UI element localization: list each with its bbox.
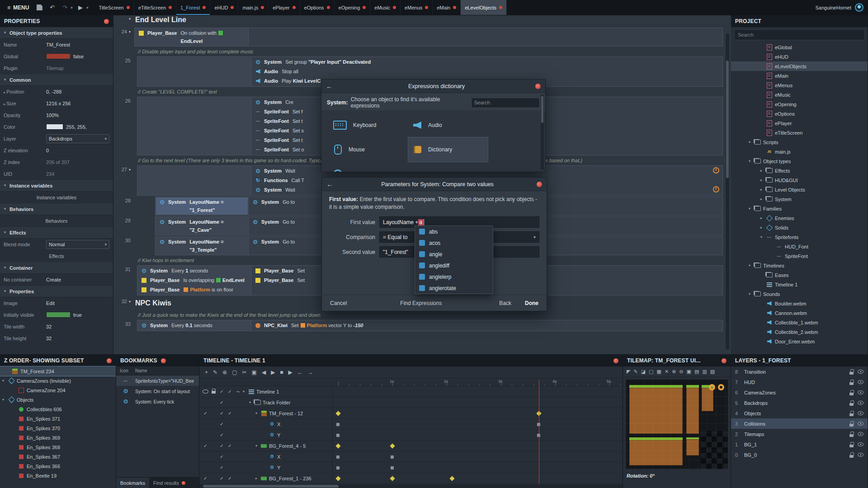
tab-close-dot-icon[interactable]: [292, 6, 296, 9]
panel-menu-dot-icon[interactable]: [104, 19, 109, 24]
track-toggle[interactable]: [226, 388, 234, 395]
project-tree-item[interactable]: ▾ Timelines: [731, 261, 868, 270]
layer-row[interactable]: 5 Backdrops: [731, 398, 868, 408]
project-tree-item[interactable]: ePlayer: [731, 118, 868, 128]
back-arrow-icon[interactable]: ←: [326, 180, 338, 188]
property-group-header[interactable]: ▼ Instance variables: [0, 180, 113, 192]
track-toggle[interactable]: [234, 464, 242, 471]
tilemap-canvas[interactable]: [626, 380, 728, 469]
close-dot-icon[interactable]: [535, 84, 541, 89]
expander-icon[interactable]: ▾: [747, 159, 752, 163]
property-row[interactable]: Blend mode Normal ▾: [0, 239, 113, 250]
zorder-item[interactable]: En_Spikes 371: [0, 414, 116, 423]
track-toggle[interactable]: [202, 464, 209, 471]
property-row[interactable]: Layer Backdrops ▾: [0, 133, 113, 145]
object-tile[interactable]: Dictionary: [408, 137, 488, 162]
timeline-track-row[interactable]: Y: [199, 430, 623, 441]
lock-icon[interactable]: [849, 442, 854, 447]
lock-icon[interactable]: [849, 380, 854, 385]
lock-icon[interactable]: [849, 452, 854, 458]
property-row[interactable]: Z elevation 0 ▾: [0, 145, 113, 156]
property-group-header[interactable]: ▼ Behaviors: [0, 203, 113, 215]
timeline-tool-icon[interactable]: ✎: [213, 369, 217, 375]
project-tree-item[interactable]: Door_Enter.webm: [731, 337, 868, 346]
event-number[interactable]: 29: [113, 216, 134, 235]
event-number[interactable]: 33: [113, 320, 134, 331]
layer-row[interactable]: 6 CameraZones: [731, 387, 868, 398]
condition-row[interactable]: SystemEvery 1 seconds: [138, 266, 250, 276]
timeline-tool-icon[interactable]: ◀: [262, 369, 266, 375]
document-tab[interactable]: 1_Forest: [176, 0, 210, 15]
property-row[interactable]: Global false ▾: [0, 51, 113, 62]
track-toggle[interactable]: [226, 442, 234, 450]
track-toggle[interactable]: [202, 431, 209, 439]
property-row[interactable]: Size 1216 x 256 ▾: [0, 98, 113, 109]
cancel-button[interactable]: Cancel: [330, 300, 347, 306]
project-tree-item[interactable]: eGlobal: [731, 42, 868, 52]
document-tab[interactable]: eOptions: [300, 0, 335, 15]
track-toggle[interactable]: [210, 420, 217, 428]
close-dot-icon[interactable]: [537, 182, 542, 187]
track-toggle[interactable]: [226, 453, 234, 460]
tab-close-dot-icon[interactable]: [203, 6, 206, 9]
event-conditions[interactable]: SystemEvery 0.1 seconds: [137, 320, 251, 331]
undo-icon[interactable]: ↶: [47, 3, 57, 13]
event-number[interactable]: 28: [113, 197, 134, 216]
property-value[interactable]: false ▾: [46, 53, 109, 59]
event-number[interactable]: 24▾: [113, 28, 134, 47]
layer-row[interactable]: 4 Objects: [731, 408, 868, 418]
eye-icon[interactable]: [858, 453, 863, 457]
track-toggle[interactable]: [202, 474, 209, 482]
track-toggle[interactable]: [226, 399, 234, 406]
expander-icon[interactable]: ▸: [255, 476, 260, 480]
property-value[interactable]: Instance variables ▾: [37, 195, 77, 200]
zorder-item[interactable]: Collectibles 606: [0, 404, 116, 414]
event-conditions[interactable]: Player_BaseOn collision with EndLevel: [135, 28, 249, 46]
panel-menu-dot-icon[interactable]: [722, 358, 726, 363]
track-toggle[interactable]: [210, 399, 217, 406]
chevron-down-icon[interactable]: ▾: [104, 136, 107, 141]
document-tab[interactable]: eOpening: [335, 0, 371, 15]
document-tab[interactable]: eTitleScreen: [134, 0, 176, 15]
autocomplete-item[interactable]: abs: [415, 226, 489, 237]
condition-row[interactable]: Player_BaseOn collision with EndLevel: [135, 28, 248, 46]
layer-row[interactable]: 8 Transition: [731, 366, 868, 377]
project-tree-item[interactable]: Eases: [731, 270, 868, 280]
event-number[interactable]: 31: [113, 265, 134, 296]
back-button[interactable]: Back: [499, 300, 511, 306]
project-tree-item[interactable]: ▾ Spritefonts: [731, 232, 868, 242]
property-value[interactable]: Create ▾: [46, 277, 109, 282]
project-tree-item[interactable]: ▾ Scripts: [731, 137, 868, 147]
layer-row[interactable]: 2 Tilemaps: [731, 429, 868, 439]
expander-icon[interactable]: ▾: [747, 263, 752, 267]
redo-icon[interactable]: ↷: [60, 3, 70, 13]
event-conditions[interactable]: SystemLayoutName ="3_Temple": [156, 237, 249, 255]
track-toggle[interactable]: [218, 399, 226, 406]
tilemap-tool-icon[interactable]: ▣: [687, 369, 691, 375]
lock-icon[interactable]: [849, 369, 854, 375]
condition-row[interactable]: SystemEvery 0.1 seconds: [138, 321, 250, 330]
property-group-header[interactable]: ▼ Effects: [0, 227, 113, 239]
condition-row[interactable]: SystemLayoutName ="2_Cave": [156, 217, 248, 235]
event-number[interactable]: 32▾: [113, 297, 134, 310]
comment-row[interactable]: // Disable player input and play level c…: [113, 47, 731, 56]
property-value[interactable]: true ▾: [46, 312, 109, 318]
timeline-track-row[interactable]: ▾ BG_Forest_4 - 5: [199, 441, 623, 451]
property-value[interactable]: Behaviors ▾: [46, 218, 68, 224]
tab-close-dot-icon[interactable]: [261, 6, 264, 9]
action-row[interactable]: SystemSet group "Player Input" Deactivat…: [252, 57, 722, 67]
event-actions[interactable]: [249, 28, 722, 46]
bookmark-row[interactable]: SpritefontsType="HUD_Bee: [116, 375, 199, 386]
property-row[interactable]: Position 0, -288 ▾: [0, 86, 113, 98]
track-toggle[interactable]: [210, 431, 217, 439]
keyframe[interactable]: [391, 455, 394, 459]
bookmark-row[interactable]: System: Every tick: [116, 396, 199, 407]
document-tab[interactable]: eMusic: [370, 0, 401, 15]
project-tree-item[interactable]: ▾ Object types: [731, 156, 868, 166]
track-toggle[interactable]: [234, 474, 242, 482]
track-toggle[interactable]: [218, 474, 226, 482]
event-number[interactable]: 26: [113, 97, 134, 155]
autocomplete-item[interactable]: acos: [415, 237, 489, 249]
keyframe[interactable]: [336, 466, 340, 469]
track-toggle[interactable]: [210, 409, 217, 417]
